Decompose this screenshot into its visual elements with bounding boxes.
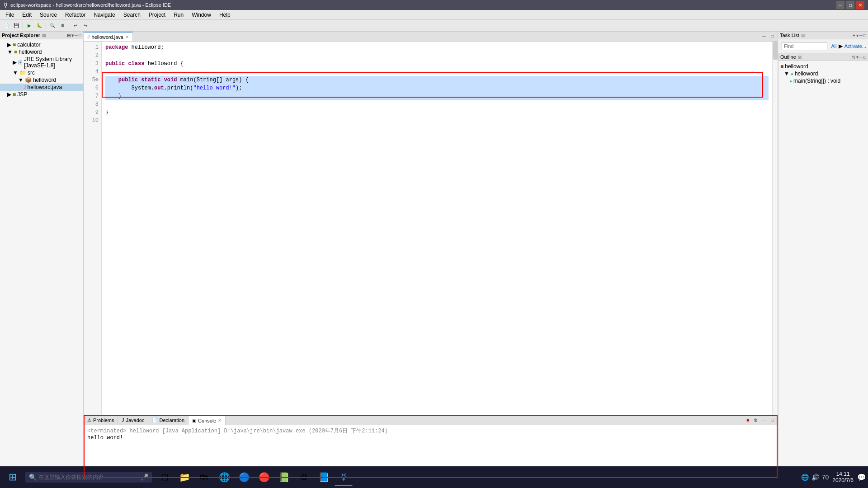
start-button[interactable]: ⊞	[2, 466, 24, 488]
title-bar-controls[interactable]: ─ □ ✕	[836, 1, 864, 9]
microphone-icon[interactable]: 🎤	[141, 474, 148, 481]
taskbar-icon-app4[interactable]: 📘	[315, 468, 333, 486]
menu-project[interactable]: Project	[145, 11, 169, 19]
task-activate-link[interactable]: Activate...	[844, 43, 866, 49]
menu-search[interactable]: Search	[120, 11, 144, 19]
debug-button[interactable]: 🐛	[35, 21, 44, 30]
taskbar-icon-edge[interactable]: 🌐	[215, 468, 233, 486]
taskbar-icon-explorer[interactable]: 📁	[175, 468, 193, 486]
ol-maximize-btn[interactable]: □	[863, 55, 866, 60]
network-icon[interactable]: 🌐	[801, 474, 809, 481]
menu-file[interactable]: File	[2, 11, 18, 19]
tree-item-calculator[interactable]: ▶ ■ calculator	[0, 41, 83, 48]
code-editor[interactable]: 1 2 3 4 5⊛ 6 7 8 9 10 package helloword;…	[84, 42, 778, 415]
pe-maximize-btn[interactable]: □	[79, 33, 81, 38]
code-content[interactable]: package helloword; public class hellowor…	[102, 42, 772, 415]
outline-item-helloword[interactable]: ▼ ● helloword	[778, 70, 868, 77]
tree-item-helloword[interactable]: ▼ ■ helloword	[0, 48, 83, 56]
task-all-link[interactable]: All	[831, 43, 836, 49]
tree-item-helloword-java[interactable]: J helloword.java	[0, 84, 83, 91]
bt-minimize-btn[interactable]: ─	[760, 417, 768, 424]
menu-edit[interactable]: Edit	[19, 11, 35, 19]
tab-console[interactable]: ▣ Console ✕	[189, 415, 226, 425]
editor-tab-helloword[interactable]: J helloword.java ✕	[84, 32, 133, 41]
menu-window[interactable]: Window	[188, 11, 215, 19]
line-num-4: 4	[86, 68, 99, 76]
settings-button[interactable]: ⚙	[58, 21, 67, 30]
menu-help[interactable]: Help	[216, 11, 234, 19]
minimize-editor-btn[interactable]: ─	[760, 33, 768, 40]
taskbar-icon-eclipse[interactable]: ☿	[335, 468, 353, 486]
pe-collapse-btn[interactable]: ⊟	[67, 33, 71, 38]
taskview-icon[interactable]: ⊡	[156, 468, 174, 486]
tree-item-jre[interactable]: ▶ ⊞ JRE System Library [JavaSE-1.8]	[0, 56, 83, 69]
tab-close-button[interactable]: ✕	[125, 34, 129, 39]
taskbar-time[interactable]: 14:11 2020/7/6	[832, 471, 854, 483]
search-input[interactable]	[38, 474, 129, 480]
new-button[interactable]: 📄	[2, 21, 11, 30]
ol-sort-btn[interactable]: ⇅	[852, 55, 855, 60]
battery-icon[interactable]: 70	[822, 474, 829, 481]
tab-problems[interactable]: ⚠ Problems	[84, 415, 118, 425]
title-text: eclipse-workspace - helloword/src/hellow…	[10, 2, 171, 8]
taskbar-icon-app1[interactable]: 🔴	[255, 468, 273, 486]
tree-item-src[interactable]: ▼ 📁 src	[0, 69, 83, 76]
editor-scrollbar[interactable]	[772, 42, 778, 415]
bt-maximize-btn[interactable]: □	[769, 417, 776, 424]
taskbar-right: 🌐 🔊 70 14:11 2020/7/6 💬	[801, 471, 866, 483]
tree-item-helloword-package[interactable]: ▼ 📦 helloword	[0, 76, 83, 84]
task-find-input[interactable]	[782, 42, 827, 50]
console-terminated-line: <terminated> helloword [Java Application…	[87, 427, 774, 435]
close-button[interactable]: ✕	[856, 1, 864, 9]
code-line-10	[105, 117, 769, 125]
pe-menu-btn[interactable]: ▾	[71, 33, 74, 38]
tl-minimize-btn[interactable]: ─	[859, 33, 863, 38]
taskbar-icon-store[interactable]: 🛍	[195, 468, 213, 486]
line-num-3: 3	[86, 60, 99, 68]
outline-item-main[interactable]: ● main(String[]) : void	[778, 77, 868, 84]
pe-minimize-btn[interactable]: ─	[75, 33, 78, 38]
save-button[interactable]: 💾	[12, 21, 21, 30]
minimize-button[interactable]: ─	[836, 1, 844, 9]
tab-javadoc[interactable]: J Javadoc	[118, 415, 148, 425]
expand-icon: ▶	[13, 59, 17, 66]
console-output-line: hello word!	[87, 435, 774, 441]
outline-item-class-icon[interactable]: ■ helloword	[778, 63, 868, 70]
undo-button[interactable]: ↩	[71, 21, 80, 30]
maximize-button[interactable]: □	[846, 1, 854, 9]
clear-btn[interactable]: 🗑	[752, 417, 760, 424]
tab-console-close[interactable]: ✕	[218, 418, 222, 423]
taskbar-icon-app2[interactable]: 📗	[275, 468, 293, 486]
tab-label: helloword.java	[92, 34, 123, 40]
volume-icon[interactable]: 🔊	[811, 474, 819, 481]
taskbar-icon-app3[interactable]: ⚙	[295, 468, 313, 486]
expand-icon: ▼	[18, 77, 24, 83]
outline-main-label: main(String[]) : void	[793, 78, 840, 84]
ol-filter-btn[interactable]: ▾	[856, 55, 859, 60]
redo-button[interactable]: ↪	[81, 21, 90, 30]
menu-refactor[interactable]: Refactor	[61, 11, 89, 19]
menu-navigate[interactable]: Navigate	[90, 11, 118, 19]
code-line-1: package helloword;	[105, 43, 769, 52]
menu-source[interactable]: Source	[36, 11, 61, 19]
taskbar-icon-chrome[interactable]: 🔵	[235, 468, 253, 486]
stop-btn[interactable]: ■	[744, 417, 751, 424]
run-button[interactable]: ▶	[25, 21, 34, 30]
maximize-editor-btn[interactable]: □	[769, 33, 776, 40]
ol-minimize-btn[interactable]: ─	[859, 55, 863, 60]
search-bar[interactable]: 🔍 🎤	[25, 472, 152, 483]
taskbar: ⊞ 🔍 🎤 ⊡ 📁 🛍 🌐 🔵 🔴 📗 ⚙ 📘 ☿ 🌐 🔊 70 14:11 2…	[0, 466, 868, 488]
notification-icon[interactable]: 💬	[857, 473, 866, 482]
scrollbar-thumb[interactable]	[773, 42, 778, 60]
editor-area: J helloword.java ✕ ─ □ 1 2 3 4 5⊛ 6	[84, 32, 778, 415]
folder-icon: 📁	[19, 70, 26, 76]
project-explorer-header: Project Explorer ⊠ ⊟ ▾ ─ □	[0, 32, 83, 39]
tree-item-jsp[interactable]: ▶ ■ JSP	[0, 91, 83, 98]
tl-new-btn[interactable]: +	[853, 33, 855, 38]
tab-declaration[interactable]: 📄 Declaration	[148, 415, 189, 425]
line-num-6: 6	[86, 84, 99, 92]
tl-maximize-btn[interactable]: □	[863, 33, 866, 38]
tl-filter-btn[interactable]: ▾	[856, 33, 859, 38]
search-button[interactable]: 🔍	[48, 21, 57, 30]
menu-run[interactable]: Run	[170, 11, 187, 19]
